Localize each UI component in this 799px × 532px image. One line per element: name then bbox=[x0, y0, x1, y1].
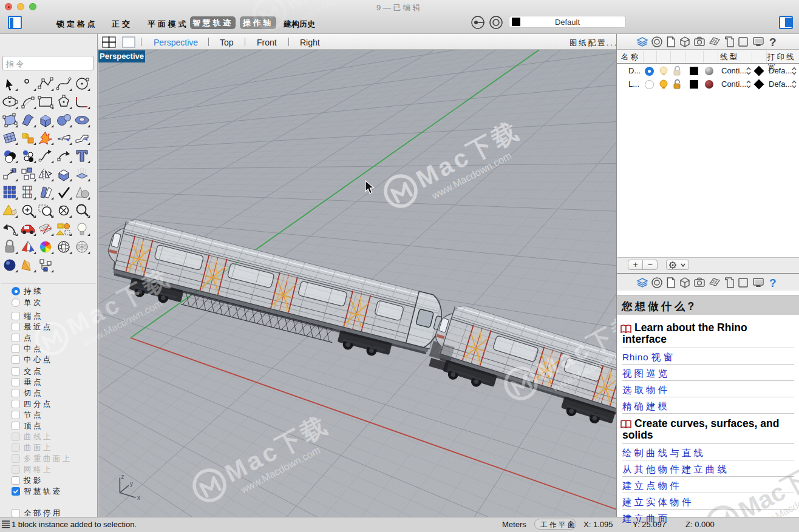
svg-text:z: z bbox=[121, 473, 124, 480]
svg-text:?: ? bbox=[769, 36, 777, 49]
svg-text:?: ? bbox=[769, 277, 777, 289]
svg-text:y: y bbox=[130, 480, 133, 487]
svg-text:x: x bbox=[137, 494, 140, 501]
